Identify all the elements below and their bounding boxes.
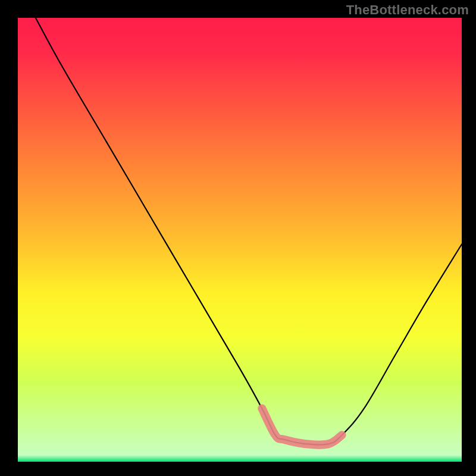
chart-svg	[18, 18, 462, 462]
gradient-background	[18, 18, 462, 462]
chart-frame: TheBottleneck.com	[0, 0, 476, 476]
plot-area	[18, 18, 462, 462]
watermark-label: TheBottleneck.com	[346, 2, 469, 18]
